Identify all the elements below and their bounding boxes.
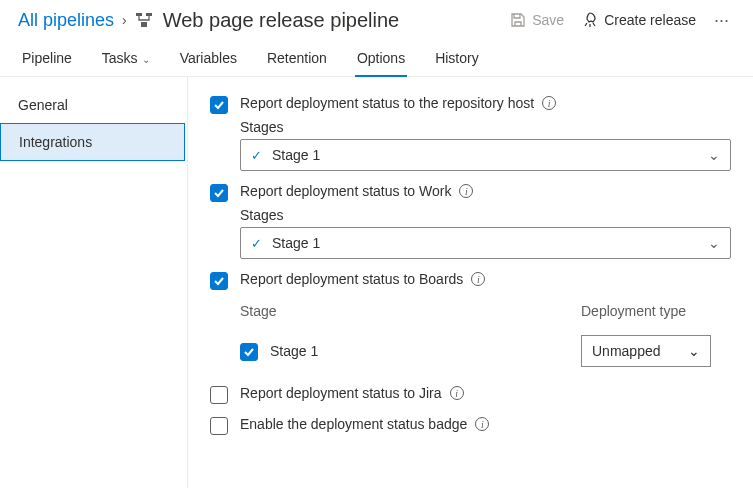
deployment-type-dropdown[interactable]: Unmapped ⌄ bbox=[581, 335, 711, 367]
tab-pipeline[interactable]: Pipeline bbox=[20, 44, 74, 76]
option-label: Report deployment status to Jira bbox=[240, 385, 442, 401]
options-panel: Report deployment status to the reposito… bbox=[188, 77, 753, 488]
column-deployment-type: Deployment type bbox=[581, 303, 731, 319]
chevron-down-icon: ⌄ bbox=[708, 235, 720, 251]
rocket-icon bbox=[582, 12, 598, 28]
chevron-down-icon: ⌄ bbox=[688, 343, 700, 359]
chevron-down-icon: ⌄ bbox=[142, 54, 150, 65]
stages-dropdown-work[interactable]: ✓ Stage 1 ⌄ bbox=[240, 227, 731, 259]
info-icon[interactable]: i bbox=[459, 184, 473, 198]
info-icon[interactable]: i bbox=[471, 272, 485, 286]
tab-bar: Pipeline Tasks⌄ Variables Retention Opti… bbox=[0, 38, 753, 77]
svg-rect-2 bbox=[141, 22, 147, 27]
side-item-integrations[interactable]: Integrations bbox=[0, 123, 185, 161]
option-repo-host: Report deployment status to the reposito… bbox=[210, 95, 731, 171]
checkbox-work[interactable] bbox=[210, 184, 228, 202]
option-boards: Report deployment status to Boards i Sta… bbox=[210, 271, 731, 367]
info-icon[interactable]: i bbox=[450, 386, 464, 400]
chevron-right-icon: › bbox=[122, 12, 127, 28]
option-label: Report deployment status to Work bbox=[240, 183, 451, 199]
option-label: Enable the deployment status badge bbox=[240, 416, 467, 432]
stages-dropdown-repo-host[interactable]: ✓ Stage 1 ⌄ bbox=[240, 139, 731, 171]
column-stage: Stage bbox=[240, 303, 581, 319]
info-icon[interactable]: i bbox=[475, 417, 489, 431]
side-item-general[interactable]: General bbox=[0, 87, 187, 123]
check-icon: ✓ bbox=[251, 148, 262, 163]
stage-name: Stage 1 bbox=[270, 343, 318, 359]
save-button[interactable]: Save bbox=[504, 8, 570, 32]
chevron-down-icon: ⌄ bbox=[708, 147, 720, 163]
checkbox-boards-stage[interactable] bbox=[240, 343, 258, 361]
save-icon bbox=[510, 12, 526, 28]
option-label: Report deployment status to Boards bbox=[240, 271, 463, 287]
check-icon: ✓ bbox=[251, 236, 262, 251]
checkbox-repo-host[interactable] bbox=[210, 96, 228, 114]
tab-retention[interactable]: Retention bbox=[265, 44, 329, 76]
svg-rect-0 bbox=[136, 13, 142, 16]
side-nav: General Integrations bbox=[0, 77, 188, 488]
option-label: Report deployment status to the reposito… bbox=[240, 95, 534, 111]
stages-label: Stages bbox=[240, 119, 731, 135]
option-jira: Report deployment status to Jira i bbox=[210, 385, 731, 404]
boards-stage-row: Stage 1 Unmapped ⌄ bbox=[240, 335, 731, 367]
top-bar: All pipelines › Web page release pipelin… bbox=[0, 0, 753, 38]
tab-tasks[interactable]: Tasks⌄ bbox=[100, 44, 152, 76]
svg-rect-1 bbox=[146, 13, 152, 16]
checkbox-badge[interactable] bbox=[210, 417, 228, 435]
pipeline-icon bbox=[135, 11, 153, 29]
option-badge: Enable the deployment status badge i bbox=[210, 416, 731, 435]
tab-variables[interactable]: Variables bbox=[178, 44, 239, 76]
create-release-button[interactable]: Create release bbox=[576, 8, 702, 32]
option-work: Report deployment status to Work i Stage… bbox=[210, 183, 731, 259]
info-icon[interactable]: i bbox=[542, 96, 556, 110]
tab-history[interactable]: History bbox=[433, 44, 481, 76]
pipeline-title: Web page release pipeline bbox=[163, 9, 399, 32]
more-actions-button[interactable]: ··· bbox=[708, 10, 735, 31]
tab-options[interactable]: Options bbox=[355, 44, 407, 76]
checkbox-jira[interactable] bbox=[210, 386, 228, 404]
stages-label: Stages bbox=[240, 207, 731, 223]
breadcrumb-root[interactable]: All pipelines bbox=[18, 10, 114, 31]
checkbox-boards[interactable] bbox=[210, 272, 228, 290]
